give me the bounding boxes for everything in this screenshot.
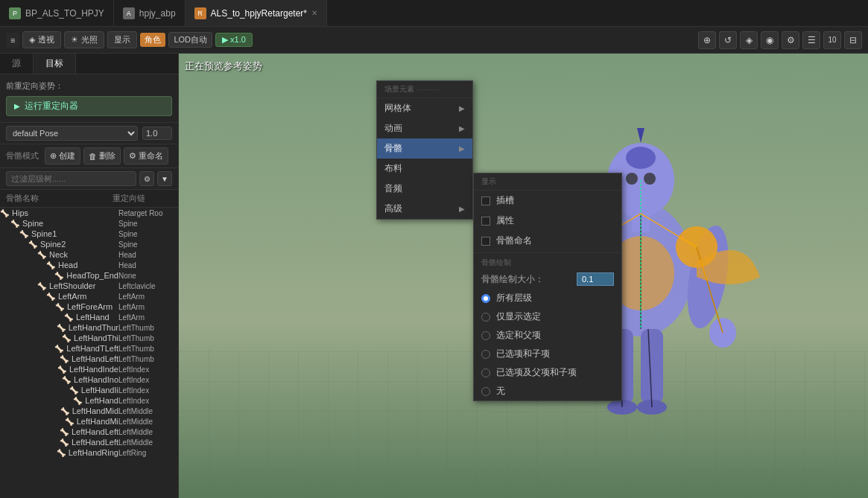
radio-selected-only[interactable]: 仅显示选定 — [474, 307, 621, 326]
tree-row-lefthandring[interactable]: 🦴 LeftHandRing LeftRing — [0, 447, 178, 458]
tree-item-retarget: Head — [118, 261, 178, 269]
create-button[interactable]: ⊕ 创建 — [45, 147, 80, 165]
tree-row-lefthandinde[interactable]: 🦴 LeftHandInde LeftIndex — [0, 364, 178, 374]
tree-row-lefthand[interactable]: 🦴 LeftHand LeftArm — [0, 312, 178, 322]
tree-row-lefthandleft4[interactable]: 🦴 LeftHandLeft LeftMiddle — [0, 437, 178, 447]
bone-icon: 🦴 — [46, 261, 55, 269]
advanced-menu-item[interactable]: 高级 ▶ — [377, 199, 472, 219]
tree-row-leftforearm[interactable]: 🦴 LeftForeArm LeftArm — [0, 301, 178, 312]
radio-selected-all[interactable]: 已选项及父项和子项 — [474, 363, 621, 382]
audio-menu-item[interactable]: 音频 — [377, 179, 472, 199]
tree-item-retarget: LeftMiddle — [118, 438, 178, 447]
tree-item-name: LeftShoulder — [49, 281, 95, 290]
toolbar-icon-1[interactable]: ⊕ — [698, 31, 716, 49]
bone-icon: 🦴 — [62, 334, 71, 342]
toolbar-icon-last[interactable]: ⊟ — [844, 31, 862, 49]
run-retarget-button[interactable]: ▶ 运行重定向器 — [6, 96, 172, 116]
radio-selected-parent[interactable]: 选定和父项 — [474, 326, 621, 345]
tree-row-lefthandleft1[interactable]: 🦴 LeftHandLeft LeftThumb — [0, 354, 178, 364]
toolbar-icon-10[interactable]: 10 — [823, 31, 841, 49]
tree-row-lefthandleft3[interactable]: 🦴 LeftHandLeft LeftMiddle — [0, 427, 178, 437]
filter-dropdown-button[interactable]: ▼ — [157, 171, 172, 186]
tree-item-retarget: Head — [118, 251, 178, 259]
play-button[interactable]: ▶ x1.0 — [215, 33, 253, 47]
animation-menu-item[interactable]: 动画 ▶ — [377, 118, 472, 138]
tree-item-name: Spine2 — [40, 240, 66, 249]
panel-tab-target[interactable]: 目标 — [34, 54, 76, 74]
pose-select[interactable]: default Pose — [6, 126, 138, 141]
toolbar-icon-6[interactable]: ☰ — [802, 31, 820, 49]
bone-icon: 🦴 — [54, 272, 63, 280]
close-tab-button[interactable]: ✕ — [311, 9, 317, 17]
tree-row-headtop[interactable]: 🦴 HeadTop_End None — [0, 270, 178, 281]
tree-row-lefthandmid[interactable]: 🦴 LeftHandMid LeftMiddle — [0, 406, 178, 416]
radio-all-levels-label: 所有层级 — [496, 292, 532, 304]
tree-row-lefthandmi[interactable]: 🦴 LeftHandMi LeftMiddle — [0, 416, 178, 427]
toolbar-icon-2[interactable]: ↺ — [719, 31, 737, 49]
socket-checkbox[interactable] — [481, 197, 490, 205]
radio-none[interactable]: 无 — [474, 382, 621, 400]
filter-settings-button[interactable]: ⚙ — [139, 171, 154, 186]
tree-item-name: LeftHandThur — [69, 323, 118, 332]
radio-selected-children[interactable]: 已选项和子项 — [474, 345, 621, 363]
menu-button[interactable]: ≡ — [6, 33, 19, 48]
tree-row-lefthandtleft[interactable]: 🦴 LeftHandTLeft LeftThumb — [0, 343, 178, 354]
tab-als-retargeter[interactable]: R ALS_to_hpjyRetargeter* ✕ — [186, 0, 327, 26]
bone-icon: 🦴 — [73, 397, 82, 405]
tree-item-retarget: LeftIndex — [118, 397, 178, 405]
display-label: 显示 — [114, 34, 130, 45]
socket-label: 插槽 — [496, 194, 514, 207]
pose-value-input[interactable] — [142, 127, 172, 140]
cloth-menu-item[interactable]: 布料 — [377, 159, 472, 179]
tree-row-spine[interactable]: 🦴 Spine Spine — [0, 218, 178, 229]
angle-badge[interactable]: 角色 — [140, 33, 165, 47]
tree-row-leftshoulder[interactable]: 🦴 LeftShoulder Leftclavicle — [0, 281, 178, 291]
tree-row-lefthandii[interactable]: 🦴 LeftHandIi LeftIndex — [0, 385, 178, 395]
tree-row-head[interactable]: 🦴 Head Head — [0, 260, 178, 270]
toolbar-icon-4[interactable]: ◉ — [761, 31, 779, 49]
display-button[interactable]: 显示 — [107, 31, 137, 48]
menu-icon: ≡ — [10, 36, 15, 45]
tree-row-lefthandleft2[interactable]: 🦴 LeftHand LeftIndex — [0, 395, 178, 406]
bone-mode-label: 骨骼模式 — [6, 150, 39, 162]
tree-row-leftarm[interactable]: 🦴 LeftArm LeftArm — [0, 291, 178, 301]
tree-row-hips[interactable]: 🦴 Hips Retarget Roo — [0, 208, 178, 218]
tree-row-spine1[interactable]: 🦴 Spine1 Spine — [0, 229, 178, 239]
lighting-button[interactable]: ☀ 光照 — [64, 31, 104, 48]
tree-col1-header: 骨骼名称 — [6, 193, 113, 204]
bone-name-checkbox-item[interactable]: 骨骼命名 — [474, 231, 621, 251]
lod-button[interactable]: LOD自动 — [168, 32, 212, 48]
tree-item-name: LeftHandInde — [69, 365, 118, 374]
lighting-icon: ☀ — [71, 35, 78, 45]
filter-input[interactable] — [6, 171, 136, 186]
panel-tab-source[interactable]: 源 — [0, 54, 34, 74]
tab-label-bp-als: BP_ALS_TO_HPJY — [25, 8, 104, 19]
toolbar-icon-3[interactable]: ◈ — [740, 31, 758, 49]
tree-row-lefthandthur[interactable]: 🦴 LeftHandThur LeftThumb — [0, 322, 178, 333]
tab-hpjy-abp[interactable]: A hpjy_abp — [114, 0, 186, 26]
attribute-checkbox[interactable] — [481, 217, 490, 226]
rename-button[interactable]: ⚙ 重命名 — [124, 147, 168, 165]
tree-row-lefthandthi[interactable]: 🦴 LeftHandThi LeftThumb — [0, 333, 178, 343]
rename-icon: ⚙ — [129, 151, 136, 161]
perspective-button[interactable]: ◈ 透视 — [22, 31, 61, 48]
bone-name-checkbox[interactable] — [481, 237, 490, 246]
tab-bp-als[interactable]: P BP_ALS_TO_HPJY — [0, 0, 114, 26]
bone-menu-item[interactable]: 骨骼 ▶ — [377, 138, 472, 159]
viewport[interactable]: 正在预览参考姿势 — [179, 54, 868, 498]
tree-row-lefthandino[interactable]: 🦴 LeftHandIno LeftIndex — [0, 374, 178, 385]
radio-all-levels[interactable]: 所有层级 — [474, 289, 621, 307]
tree-item-retarget: LeftThumb — [118, 345, 178, 353]
tree-item-name: LeftHandMi — [77, 417, 118, 426]
socket-checkbox-item[interactable]: 插槽 — [474, 191, 621, 211]
tree-body[interactable]: 🦴 Hips Retarget Roo 🦴 Spine Spine 🦴 Spin… — [0, 208, 178, 498]
toolbar-icon-5[interactable]: ⚙ — [782, 31, 799, 49]
bone-size-input[interactable] — [577, 272, 614, 286]
tree-row-spine2[interactable]: 🦴 Spine2 Spine — [0, 239, 178, 249]
mesh-menu-item[interactable]: 网格体 ▶ — [377, 98, 472, 118]
lod-label: LOD自动 — [174, 35, 207, 44]
tree-row-neck[interactable]: 🦴 Neck Head — [0, 249, 178, 260]
tree-item-retarget: LeftArm — [118, 313, 178, 322]
attribute-checkbox-item[interactable]: 属性 — [474, 211, 621, 231]
delete-button[interactable]: 🗑 删除 — [83, 147, 121, 165]
